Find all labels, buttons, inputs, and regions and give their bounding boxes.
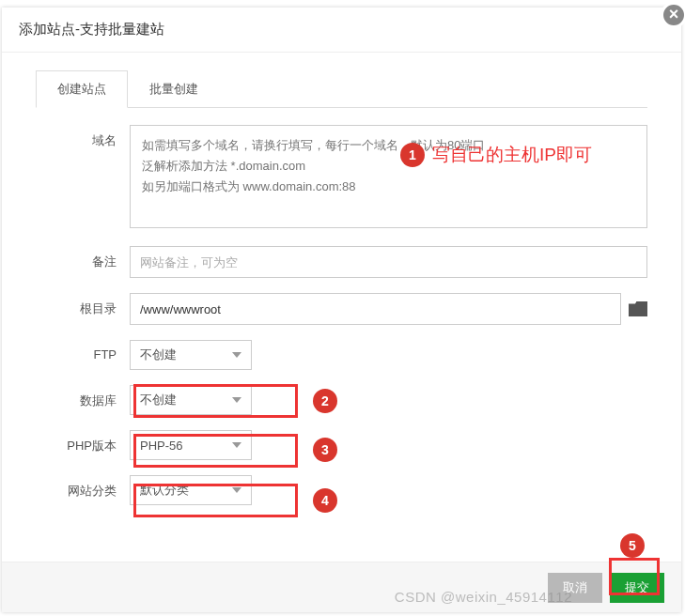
chevron-down-icon — [232, 442, 241, 448]
chevron-down-icon — [232, 352, 241, 358]
php-value: PHP-56 — [140, 439, 183, 453]
close-icon[interactable]: × — [661, 2, 685, 28]
modal-title: 添加站点-支持批量建站 — [2, 8, 681, 53]
cat-label: 网站分类 — [36, 475, 130, 500]
db-label: 数据库 — [36, 385, 130, 409]
domain-textarea[interactable] — [130, 125, 647, 228]
submit-button[interactable]: 提交 — [610, 573, 664, 603]
php-select[interactable]: PHP-56 — [130, 430, 252, 460]
row-domain: 域名 — [36, 125, 647, 231]
cat-value: 默认分类 — [140, 482, 189, 499]
tab-batch-create[interactable]: 批量创建 — [128, 70, 220, 108]
row-root: 根目录 — [36, 293, 647, 325]
remark-label: 备注 — [36, 246, 130, 270]
add-site-modal: × 添加站点-支持批量建站 创建站点 批量创建 域名 备注 根目录 — [2, 8, 681, 612]
folder-icon[interactable] — [629, 301, 647, 316]
ftp-label: FTP — [36, 340, 130, 362]
ftp-value: 不创建 — [140, 346, 177, 363]
domain-label: 域名 — [36, 125, 130, 149]
cancel-button[interactable]: 取消 — [548, 573, 602, 603]
row-ftp: FTP 不创建 — [36, 340, 647, 370]
remark-input[interactable] — [130, 246, 647, 278]
row-php: PHP版本 PHP-56 — [36, 430, 647, 460]
chevron-down-icon — [232, 487, 241, 493]
root-label: 根目录 — [36, 293, 130, 317]
db-value: 不创建 — [140, 392, 177, 408]
row-remark: 备注 — [36, 246, 647, 278]
row-category: 网站分类 默认分类 — [36, 475, 647, 505]
db-select[interactable]: 不创建 — [130, 385, 252, 415]
cat-select[interactable]: 默认分类 — [130, 475, 252, 505]
ftp-select[interactable]: 不创建 — [130, 340, 252, 370]
chevron-down-icon — [232, 397, 241, 403]
modal-footer: 取消 提交 — [2, 562, 681, 612]
modal-body: 创建站点 批量创建 域名 备注 根目录 FTP — [2, 53, 681, 530]
tabs: 创建站点 批量创建 — [36, 69, 647, 108]
row-database: 数据库 不创建 — [36, 385, 647, 415]
root-input[interactable] — [130, 293, 621, 325]
php-label: PHP版本 — [36, 430, 130, 454]
tab-create-site[interactable]: 创建站点 — [36, 70, 128, 108]
